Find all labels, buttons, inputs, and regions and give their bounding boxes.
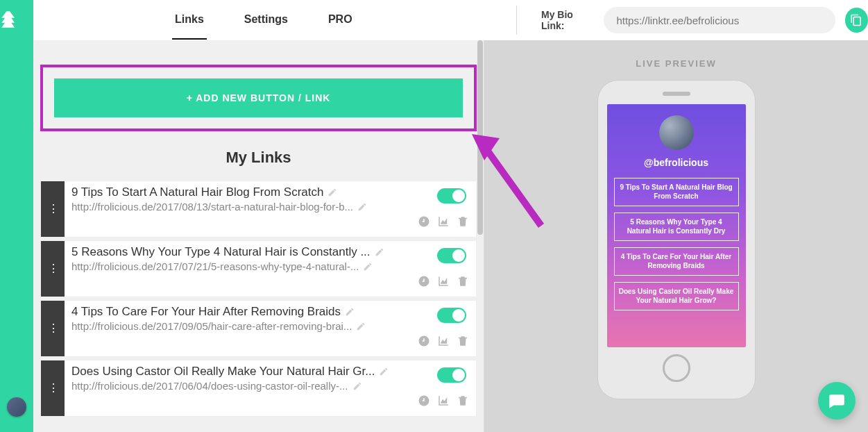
tab-pro[interactable]: PRO (325, 1, 355, 40)
schedule-icon[interactable] (418, 215, 430, 228)
pencil-icon[interactable] (379, 367, 389, 376)
analytics-icon[interactable] (437, 394, 450, 407)
bio-link-label: My Bio Link: (541, 9, 594, 31)
header-tabs: Links Settings PRO (172, 1, 355, 40)
link-enabled-toggle[interactable] (437, 188, 466, 203)
preview-link-button[interactable]: 4 Tips To Care For Your Hair After Remov… (614, 247, 739, 276)
drag-handle[interactable]: ⋮ (41, 241, 65, 297)
copy-bio-link-button[interactable] (845, 8, 868, 33)
link-enabled-toggle[interactable] (437, 308, 466, 323)
drag-dots-icon: ⋮ (48, 322, 58, 335)
chat-icon (828, 392, 846, 410)
link-title-text: 5 Reasons Why Your Type 4 Natural Hair i… (71, 245, 371, 259)
pencil-icon[interactable] (352, 381, 362, 391)
drag-dots-icon: ⋮ (48, 202, 58, 216)
link-tools (71, 215, 469, 228)
live-preview-label: LIVE PREVIEW (484, 58, 868, 69)
link-title-text: Does Using Castor Oil Really Make Your N… (71, 365, 375, 379)
link-url-text: http://frolicious.de/2017/07/21/5-reason… (71, 260, 359, 272)
preview-link-button[interactable]: Does Using Castor Oil Really Make Your N… (614, 282, 739, 310)
preview-link-buttons: 9 Tips To Start A Natural Hair Blog From… (614, 178, 739, 310)
trash-icon[interactable] (457, 335, 469, 347)
link-url[interactable]: http://frolicious.de/2017/07/21/5-reason… (71, 260, 469, 272)
phone-speaker-icon (663, 92, 690, 96)
trash-icon[interactable] (457, 215, 469, 228)
tab-links[interactable]: Links (172, 1, 207, 40)
drag-handle[interactable]: ⋮ (41, 301, 65, 356)
app-logo-icon (0, 10, 19, 29)
pencil-icon[interactable] (327, 188, 337, 197)
copy-icon (850, 14, 862, 26)
schedule-icon[interactable] (418, 275, 430, 288)
phone-frame: @befrolicious 9 Tips To Start A Natural … (597, 80, 756, 399)
preview-panel: LIVE PREVIEW @befrolicious 9 Tips To Sta… (484, 40, 868, 432)
link-url[interactable]: http://frolicious.de/2017/09/05/hair-car… (71, 320, 469, 332)
trash-icon[interactable] (457, 275, 469, 288)
link-url-text: http://frolicious.de/2017/08/13/start-a-… (71, 201, 353, 213)
profile-avatar (659, 115, 694, 150)
chat-support-button[interactable] (818, 382, 856, 419)
link-title-text: 9 Tips To Start A Natural Hair Blog From… (71, 185, 323, 199)
drag-dots-icon: ⋮ (48, 262, 58, 276)
add-new-link-button[interactable]: + ADD NEW BUTTON / LINK (54, 78, 463, 117)
link-tools (71, 335, 469, 347)
drag-handle[interactable]: ⋮ (41, 181, 65, 237)
bio-link-input[interactable] (604, 7, 835, 33)
drag-dots-icon: ⋮ (48, 381, 58, 395)
link-tools (71, 394, 469, 407)
link-card-body: 4 Tips To Care For Your Hair After Remov… (65, 301, 476, 356)
phone-camera-icon (667, 92, 672, 96)
link-enabled-toggle[interactable] (437, 367, 466, 383)
pencil-icon[interactable] (356, 322, 366, 331)
editor-panel: + ADD NEW BUTTON / LINK My Links ⋮9 Tips… (33, 40, 484, 432)
schedule-icon[interactable] (418, 335, 430, 347)
link-card: ⋮4 Tips To Care For Your Hair After Remo… (40, 300, 477, 357)
link-list: ⋮9 Tips To Start A Natural Hair Blog Fro… (33, 181, 484, 417)
profile-handle: @befrolicious (644, 157, 708, 168)
link-url-text: http://frolicious.de/2017/06/04/does-usi… (71, 380, 348, 392)
pencil-icon[interactable] (345, 307, 355, 317)
link-card-body: 9 Tips To Start A Natural Hair Blog From… (65, 181, 476, 237)
link-title[interactable]: Does Using Castor Oil Really Make Your N… (71, 365, 469, 379)
link-url[interactable]: http://frolicious.de/2017/06/04/does-usi… (71, 380, 469, 392)
analytics-icon[interactable] (437, 215, 450, 228)
link-title-text: 4 Tips To Care For Your Hair After Remov… (71, 305, 341, 319)
link-title[interactable]: 5 Reasons Why Your Type 4 Natural Hair i… (71, 245, 469, 259)
pencil-icon[interactable] (375, 247, 384, 257)
header-divider (516, 6, 517, 35)
header: Links Settings PRO My Bio Link: (33, 0, 868, 40)
preview-link-button[interactable]: 5 Reasons Why Your Type 4 Natural Hair i… (614, 213, 739, 241)
link-card: ⋮9 Tips To Start A Natural Hair Blog Fro… (40, 181, 477, 238)
link-url-text: http://frolicious.de/2017/09/05/hair-car… (71, 320, 352, 332)
trash-icon[interactable] (457, 394, 469, 407)
drag-handle[interactable]: ⋮ (41, 360, 65, 416)
my-links-title: My Links (33, 149, 484, 167)
editor-scrollbar[interactable] (475, 40, 485, 432)
pencil-icon[interactable] (357, 202, 367, 212)
app-sidebar (0, 0, 33, 432)
link-card-body: 5 Reasons Why Your Type 4 Natural Hair i… (65, 241, 476, 297)
user-avatar-small[interactable] (7, 397, 26, 417)
phone-screen: @befrolicious 9 Tips To Start A Natural … (607, 104, 746, 347)
analytics-icon[interactable] (437, 275, 450, 288)
phone-home-button-icon (663, 354, 690, 382)
link-url[interactable]: http://frolicious.de/2017/08/13/start-a-… (71, 201, 469, 213)
schedule-icon[interactable] (418, 394, 430, 407)
pencil-icon[interactable] (363, 262, 373, 272)
link-card: ⋮Does Using Castor Oil Really Make Your … (40, 360, 477, 417)
link-card-body: Does Using Castor Oil Really Make Your N… (65, 360, 476, 416)
tab-settings[interactable]: Settings (241, 1, 291, 40)
preview-link-button[interactable]: 9 Tips To Start A Natural Hair Blog From… (614, 178, 739, 206)
analytics-icon[interactable] (437, 335, 450, 347)
bio-link-area: My Bio Link: (526, 7, 868, 33)
add-button-highlight: + ADD NEW BUTTON / LINK (40, 65, 477, 131)
link-tools (71, 275, 469, 288)
link-card: ⋮5 Reasons Why Your Type 4 Natural Hair … (40, 240, 477, 297)
link-enabled-toggle[interactable] (437, 248, 466, 263)
link-title[interactable]: 4 Tips To Care For Your Hair After Remov… (71, 305, 469, 319)
link-title[interactable]: 9 Tips To Start A Natural Hair Blog From… (71, 185, 469, 199)
